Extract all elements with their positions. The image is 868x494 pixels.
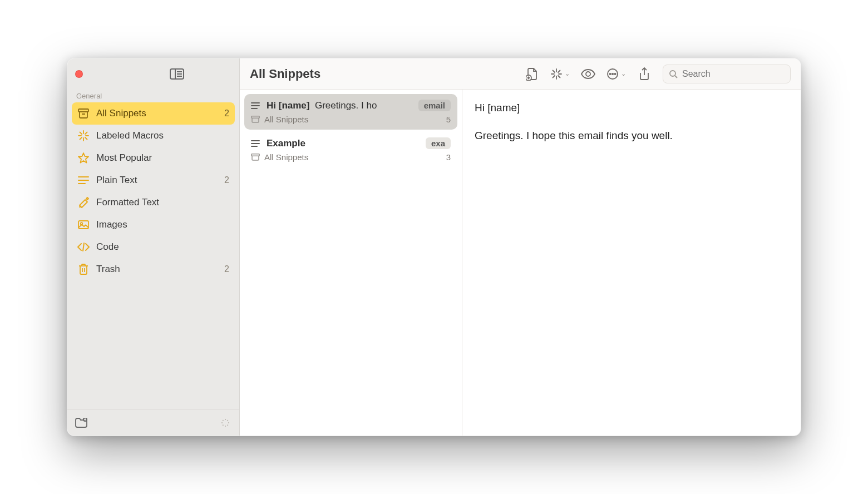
svg-point-50 bbox=[614, 73, 615, 74]
window-controls bbox=[75, 70, 83, 78]
sidebar-item-trash[interactable]: Trash2 bbox=[72, 258, 235, 280]
toolbar: All Snippets ⌄ bbox=[240, 58, 801, 90]
chevron-down-icon: ⌄ bbox=[565, 70, 570, 77]
snippet-title: Example bbox=[267, 138, 420, 149]
svg-point-32 bbox=[227, 424, 228, 426]
sidebar-item-count: 2 bbox=[224, 175, 229, 185]
svg-point-48 bbox=[609, 73, 610, 74]
detail-line: Hi [name] bbox=[475, 100, 788, 116]
snippet-folder: All Snippets bbox=[264, 115, 308, 124]
folder-icon bbox=[251, 154, 260, 161]
preview-button[interactable] bbox=[580, 66, 596, 82]
trash-icon bbox=[77, 263, 90, 275]
snippet-list: Hi [name] Greetings. I hoemailAll Snippe… bbox=[240, 90, 462, 436]
chevron-down-icon: ⌄ bbox=[621, 70, 626, 77]
app-window: General All Snippets2Labeled MacrosMost … bbox=[67, 58, 801, 436]
svg-point-31 bbox=[223, 419, 224, 421]
snippet-item[interactable]: Hi [name] Greetings. I hoemailAll Snippe… bbox=[244, 94, 457, 130]
svg-line-43 bbox=[558, 76, 560, 78]
sidebar-item-images[interactable]: Images bbox=[72, 214, 235, 236]
sidebar-item-label: Most Popular bbox=[96, 152, 152, 164]
sidebar-item-code[interactable]: Code bbox=[72, 236, 235, 258]
search-input[interactable] bbox=[682, 69, 785, 79]
svg-rect-56 bbox=[251, 116, 260, 118]
detail-line: Greetings. I hope this email finds you w… bbox=[475, 127, 788, 144]
content-body: Hi [name] Greetings. I hoemailAll Snippe… bbox=[240, 90, 801, 436]
share-button[interactable] bbox=[636, 66, 653, 82]
svg-line-13 bbox=[85, 132, 87, 135]
snippet-badge: email bbox=[418, 100, 451, 111]
svg-line-12 bbox=[85, 137, 87, 140]
search-icon bbox=[669, 70, 678, 78]
macros-dropdown[interactable]: ⌄ bbox=[550, 66, 570, 82]
sidebar-item-label: Labeled Macros bbox=[96, 130, 164, 141]
snippet-folder: All Snippets bbox=[264, 152, 308, 162]
content-area: All Snippets ⌄ bbox=[240, 58, 801, 436]
star-icon bbox=[77, 152, 90, 164]
folder-icon bbox=[251, 116, 260, 123]
sidebar-item-all-snippets[interactable]: All Snippets2 bbox=[72, 102, 235, 125]
sidebar-item-label: All Snippets bbox=[96, 108, 146, 119]
snippet-badge: exa bbox=[426, 137, 451, 149]
snippet-count: 3 bbox=[446, 152, 451, 162]
svg-line-14 bbox=[80, 137, 82, 140]
sidebar-item-label: Formatted Text bbox=[96, 197, 159, 208]
svg-point-33 bbox=[223, 424, 224, 426]
svg-line-42 bbox=[553, 70, 555, 72]
snippet-detail[interactable]: Hi [name] Greetings. I hope this email f… bbox=[462, 90, 801, 436]
svg-point-51 bbox=[670, 71, 675, 76]
sidebar-item-count: 2 bbox=[224, 108, 229, 118]
sidebar-item-formatted-text[interactable]: Formatted Text bbox=[72, 191, 235, 214]
svg-line-11 bbox=[80, 132, 82, 135]
sparkle-icon bbox=[77, 130, 90, 142]
svg-point-49 bbox=[612, 73, 613, 74]
svg-point-28 bbox=[225, 426, 226, 427]
svg-point-34 bbox=[227, 419, 228, 421]
toggle-sidebar-button[interactable] bbox=[169, 67, 185, 81]
titlebar bbox=[67, 58, 239, 90]
lines-icon bbox=[77, 174, 90, 186]
sidebar-item-labeled-macros[interactable]: Labeled Macros bbox=[72, 125, 235, 147]
sidebar-item-label: Trash bbox=[96, 264, 120, 275]
svg-point-29 bbox=[221, 422, 223, 423]
archive-icon bbox=[77, 107, 90, 120]
svg-line-45 bbox=[553, 76, 555, 78]
loading-sparkle-icon bbox=[219, 417, 231, 429]
svg-point-30 bbox=[228, 422, 229, 423]
sidebar-footer bbox=[67, 409, 239, 436]
snippet-title: Hi [name] Greetings. I ho bbox=[267, 100, 413, 111]
lines-icon bbox=[251, 140, 261, 147]
svg-rect-19 bbox=[78, 221, 88, 229]
svg-point-46 bbox=[586, 72, 590, 76]
code-icon bbox=[77, 241, 90, 253]
sidebar-item-label: Images bbox=[96, 219, 127, 230]
sidebar-item-count: 2 bbox=[224, 264, 229, 274]
sidebar-item-plain-text[interactable]: Plain Text2 bbox=[72, 169, 235, 191]
sidebar-items: All Snippets2Labeled MacrosMost PopularP… bbox=[67, 102, 239, 280]
svg-rect-5 bbox=[78, 109, 88, 112]
svg-line-21 bbox=[83, 243, 84, 251]
svg-line-44 bbox=[558, 70, 560, 72]
close-window-button[interactable] bbox=[75, 70, 83, 78]
search-field[interactable] bbox=[663, 65, 791, 83]
page-title: All Snippets bbox=[250, 67, 320, 81]
svg-point-27 bbox=[225, 419, 226, 420]
more-actions-dropdown[interactable]: ⌄ bbox=[606, 66, 626, 82]
snippet-item[interactable]: ExampleexaAll Snippets3 bbox=[244, 132, 457, 167]
sidebar-item-most-popular[interactable]: Most Popular bbox=[72, 147, 235, 169]
lines-icon bbox=[251, 102, 261, 109]
new-folder-button[interactable] bbox=[75, 417, 87, 429]
image-icon bbox=[77, 219, 90, 231]
snippet-count: 5 bbox=[446, 115, 451, 124]
formatted-icon bbox=[77, 196, 90, 209]
sidebar-item-label: Plain Text bbox=[96, 175, 137, 186]
sidebar-item-label: Code bbox=[96, 241, 119, 253]
sidebar: General All Snippets2Labeled MacrosMost … bbox=[67, 58, 240, 436]
sidebar-section-label: General bbox=[67, 90, 239, 102]
svg-rect-60 bbox=[251, 154, 260, 156]
svg-line-52 bbox=[675, 76, 677, 78]
new-snippet-button[interactable] bbox=[524, 66, 540, 82]
